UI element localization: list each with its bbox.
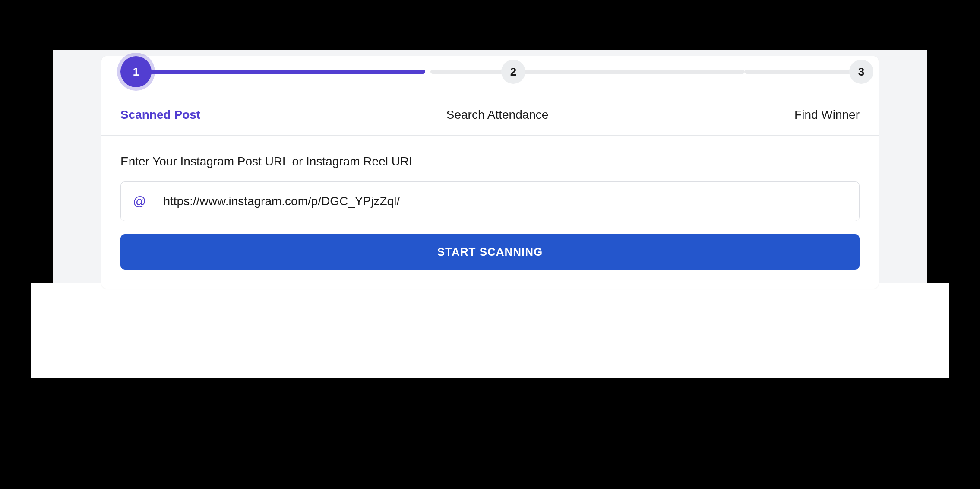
step-label-find-winner: Find Winner: [794, 108, 860, 122]
at-icon: @: [133, 194, 146, 209]
start-scanning-button[interactable]: START SCANNING: [120, 234, 860, 270]
stepper-line-active: [136, 70, 425, 74]
form-section: Enter Your Instagram Post URL or Instagr…: [101, 136, 879, 289]
url-input[interactable]: [163, 194, 847, 208]
stepper-line-inactive: [430, 70, 745, 74]
step-label-search-attendance: Search Attendance: [200, 108, 794, 122]
step-labels: Scanned Post Search Attendance Find Winn…: [101, 87, 879, 135]
step-circle-1[interactable]: 1: [120, 56, 152, 87]
step-label-scanned-post: Scanned Post: [120, 108, 200, 122]
stepper-line-inactive: [745, 70, 861, 74]
step-circle-3[interactable]: 3: [849, 60, 873, 84]
url-input-label: Enter Your Instagram Post URL or Instagr…: [120, 155, 860, 168]
url-input-wrap[interactable]: @: [120, 181, 860, 221]
step-circle-2[interactable]: 2: [501, 60, 525, 84]
bottom-white-block: [31, 283, 949, 378]
wizard-card: 1 2 3 Scanned Post Search Attendance Fin…: [101, 56, 879, 289]
page-container: 1 2 3 Scanned Post Search Attendance Fin…: [53, 50, 927, 378]
stepper: 1 2 3: [101, 56, 879, 87]
